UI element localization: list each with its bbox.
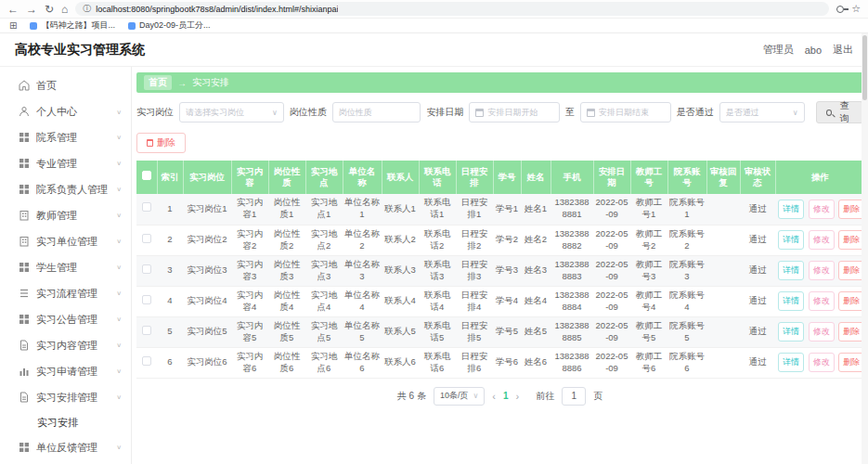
sidebar-item[interactable]: 专业管理 ∨ bbox=[0, 150, 131, 176]
detail-button[interactable]: 详情 bbox=[778, 261, 804, 280]
column-header: 学号 bbox=[493, 161, 521, 194]
detail-button[interactable]: 详情 bbox=[778, 230, 804, 250]
forward-icon[interactable]: → bbox=[26, 4, 37, 15]
sidebar-item[interactable]: 个人中心 ∨ bbox=[0, 98, 131, 124]
detail-button[interactable]: 详情 bbox=[778, 291, 804, 311]
row-checkbox[interactable] bbox=[142, 234, 151, 243]
bookmark-label: Day02-09-员工分... bbox=[139, 19, 211, 32]
goto-page-input[interactable]: 1 bbox=[562, 387, 586, 406]
app-header: 高校专业实习管理系统 管理员 abo 退出 bbox=[0, 33, 868, 67]
nature-input[interactable]: 岗位性质 bbox=[332, 102, 421, 122]
pass-select[interactable]: 是否通过 ∨ bbox=[719, 102, 805, 122]
edit-button[interactable]: 修改 bbox=[809, 322, 835, 342]
bookmark-icon bbox=[128, 22, 136, 30]
cell-contact-phone: 联系电话4 bbox=[419, 286, 456, 316]
logout-link[interactable]: 退出 bbox=[833, 43, 853, 57]
sidebar-item[interactable]: 学生管理 ∨ bbox=[0, 254, 131, 280]
chevron-down-icon: ∨ bbox=[116, 212, 122, 218]
bookmark-item[interactable]: Day02-09-员工分... bbox=[128, 19, 211, 32]
page-number[interactable]: 1 bbox=[503, 391, 509, 401]
breadcrumb: 首页 → 实习安排 bbox=[136, 72, 863, 93]
cell-dept-account: 院系账号3 bbox=[667, 255, 706, 286]
detail-button[interactable]: 详情 bbox=[778, 200, 804, 219]
bulk-delete-button[interactable]: 删除 bbox=[136, 133, 186, 153]
chevron-down-icon: ∨ bbox=[116, 134, 122, 140]
back-icon[interactable]: ← bbox=[7, 4, 19, 15]
cell-index: 1 bbox=[157, 194, 183, 225]
prev-page-icon[interactable]: ‹ bbox=[492, 391, 496, 402]
row-checkbox[interactable] bbox=[142, 356, 151, 366]
cell-place: 实习地点4 bbox=[305, 286, 343, 316]
edit-button[interactable]: 修改 bbox=[809, 291, 835, 311]
sidebar-item[interactable]: 实习申请管理 ∨ bbox=[0, 358, 131, 384]
row-checkbox[interactable] bbox=[142, 295, 151, 304]
chevron-down-icon: ∨ bbox=[116, 264, 122, 270]
bookmark-icon bbox=[30, 22, 37, 30]
job-select[interactable]: 请选择实习岗位 ∨ bbox=[179, 102, 284, 122]
reload-icon[interactable]: ↻ bbox=[45, 4, 54, 15]
sidebar-item[interactable]: 首页 ∨ bbox=[0, 72, 131, 98]
passwords-icon[interactable] bbox=[836, 6, 844, 13]
chevron-down-icon: ∨ bbox=[116, 342, 122, 348]
cell-review-status: 通过 bbox=[740, 194, 775, 225]
column-header: 日程安排 bbox=[456, 161, 493, 194]
bookmark-star-icon[interactable]: ☆ bbox=[851, 3, 861, 15]
cell-name: 姓名3 bbox=[521, 255, 551, 286]
chevron-down-icon: ∨ bbox=[473, 392, 478, 400]
sidebar-item[interactable]: 院系负责人管理 ∨ bbox=[0, 176, 131, 202]
row-checkbox[interactable] bbox=[142, 202, 151, 212]
cell-review-reply bbox=[706, 347, 740, 378]
calendar-icon bbox=[475, 109, 484, 117]
table-row: 3 实习岗位3 实习内容3 岗位性质3 实习地点3 单位名称3 联系人3 联系电… bbox=[136, 255, 864, 286]
sidebar-item[interactable]: 院系管理 ∨ bbox=[0, 124, 131, 150]
date-end-input[interactable]: 安排日期结束 bbox=[580, 102, 671, 122]
row-checkbox[interactable] bbox=[142, 326, 151, 335]
url-bar[interactable]: ⓘ localhost:8080/springbootk78s8/admin/d… bbox=[75, 2, 829, 16]
pass-filter-label: 是否通过 bbox=[677, 106, 714, 119]
apps-grid-icon[interactable]: ⊞ bbox=[9, 20, 17, 31]
date-start-input[interactable]: 安排日期开始 bbox=[469, 102, 560, 122]
cell-contact-phone: 联系电话1 bbox=[419, 194, 456, 225]
sidebar-item[interactable]: 实习公告管理 ∨ bbox=[0, 306, 131, 332]
sidebar-item[interactable]: 实习流程管理 ∨ bbox=[0, 280, 131, 306]
sidebar-item[interactable]: 实习单位管理 ∨ bbox=[0, 228, 131, 254]
cell-unit: 单位名称3 bbox=[343, 255, 382, 286]
bookmark-item[interactable]: 【码神之路】项目... bbox=[30, 19, 115, 32]
edit-button[interactable]: 修改 bbox=[809, 200, 835, 219]
cell-review-status: 通过 bbox=[740, 255, 775, 286]
breadcrumb-home[interactable]: 首页 bbox=[144, 75, 172, 90]
cell-schedule: 日程安排3 bbox=[456, 255, 493, 286]
edit-button[interactable]: 修改 bbox=[809, 353, 835, 372]
cell-contact-phone: 联系电话5 bbox=[419, 316, 456, 347]
edit-button[interactable]: 修改 bbox=[809, 230, 835, 250]
detail-button[interactable]: 详情 bbox=[778, 322, 804, 342]
cell-teacher-no: 教师工号2 bbox=[630, 225, 667, 255]
page-scrollbar[interactable] bbox=[862, 33, 868, 464]
sidebar-item[interactable]: 教师管理 ∨ bbox=[0, 202, 131, 228]
table-row: 6 实习岗位6 实习内容6 岗位性质6 实习地点6 单位名称6 联系人6 联系电… bbox=[136, 347, 864, 378]
row-select-cell bbox=[136, 194, 157, 225]
row-checkbox[interactable] bbox=[142, 264, 151, 274]
cell-content: 实习内容4 bbox=[231, 286, 268, 316]
page-size-select[interactable]: 10条/页 ∨ bbox=[434, 387, 485, 406]
scrollbar-thumb[interactable] bbox=[862, 35, 867, 100]
edit-button[interactable]: 修改 bbox=[809, 261, 835, 280]
cell-contact: 联系人3 bbox=[382, 255, 419, 286]
detail-button[interactable]: 详情 bbox=[778, 353, 804, 372]
select-all-checkbox[interactable] bbox=[142, 171, 151, 180]
date-filter-label: 安排日期 bbox=[426, 106, 463, 119]
sidebar-item[interactable]: 单位反馈管理 ∨ bbox=[0, 434, 131, 460]
row-select-cell bbox=[136, 286, 157, 316]
row-select-cell bbox=[136, 347, 157, 378]
search-button[interactable]: 查询 bbox=[816, 101, 863, 123]
next-page-icon[interactable]: › bbox=[516, 391, 520, 402]
cell-unit: 单位名称1 bbox=[343, 194, 382, 225]
site-info-icon[interactable]: ⓘ bbox=[83, 3, 91, 15]
home-nav-icon[interactable]: ⌂ bbox=[61, 4, 68, 15]
sidebar-item[interactable]: 实习内容管理 ∨ bbox=[0, 332, 131, 358]
sidebar-subitem[interactable]: 实习安排 bbox=[0, 410, 131, 434]
cell-content: 实习内容3 bbox=[231, 255, 268, 286]
app-title: 高校专业实习管理系统 bbox=[15, 42, 145, 58]
chevron-down-icon: ∨ bbox=[116, 444, 122, 450]
sidebar-item[interactable]: 实习安排管理 ∨ bbox=[0, 384, 131, 410]
